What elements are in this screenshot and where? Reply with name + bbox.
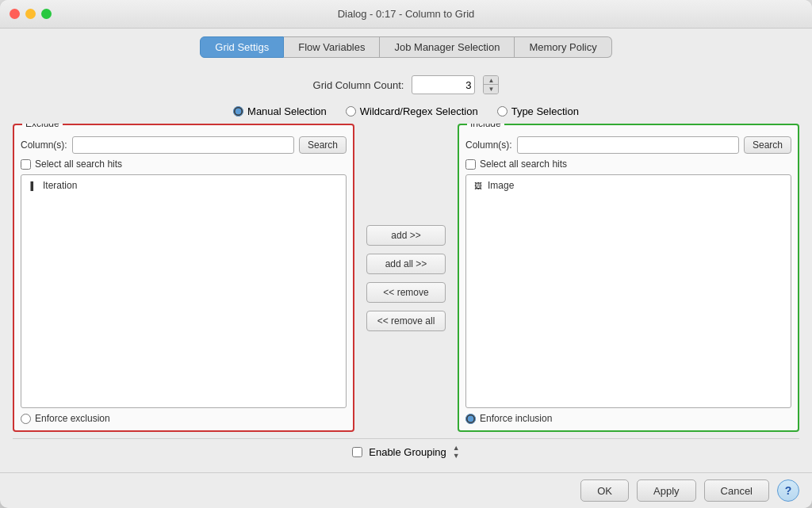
window-controls — [10, 9, 52, 19]
columns-area: Exclude Column(s): Search Select all sea… — [13, 124, 799, 432]
type-selection-radio[interactable] — [497, 106, 508, 116]
exclude-list-box[interactable]: ▌ Iteration — [21, 174, 347, 408]
ok-button[interactable]: OK — [580, 479, 629, 502]
tab-job-manager[interactable]: Job Manager Selection — [380, 36, 515, 58]
spinner-down-button[interactable]: ▼ — [484, 85, 498, 94]
list-item[interactable]: ▌ Iteration — [25, 178, 343, 193]
manual-selection-radio[interactable] — [233, 106, 243, 116]
help-button[interactable]: ? — [777, 479, 799, 502]
enforce-exclusion-label: Enforce exclusion — [35, 413, 110, 424]
include-enforce-row: Enforce inclusion — [465, 413, 791, 424]
wildcard-selection-label: Wildcard/Regex Selection — [360, 105, 478, 117]
add-button[interactable]: add >> — [366, 225, 446, 246]
exclude-search-row: Column(s): Search — [21, 132, 347, 154]
window-title: Dialog - 0:17 - Column to Grid — [338, 8, 475, 20]
type-selection-label: Type Selection — [511, 105, 579, 117]
dialog-window: Dialog - 0:17 - Column to Grid Grid Sett… — [0, 0, 812, 508]
wildcard-selection-radio[interactable] — [346, 106, 356, 116]
enforce-inclusion-radio[interactable] — [465, 414, 476, 424]
tabs-bar: Grid Settigs Flow Variables Job Manager … — [0, 29, 812, 63]
remove-button[interactable]: << remove — [366, 282, 446, 303]
spinner-up-button[interactable]: ▲ — [484, 76, 498, 85]
exclude-panel: Exclude Column(s): Search Select all sea… — [13, 124, 354, 432]
grid-count-spinner: ▲ ▼ — [483, 75, 499, 94]
cancel-button[interactable]: Cancel — [704, 479, 769, 502]
include-select-all-checkbox[interactable] — [465, 159, 476, 170]
grid-count-label: Grid Column Count: — [313, 79, 404, 91]
selection-type-row: Manual Selection Wildcard/Regex Selectio… — [13, 105, 799, 117]
manual-selection-option[interactable]: Manual Selection — [233, 105, 327, 117]
remove-all-button[interactable]: << remove all — [366, 311, 446, 331]
include-search-button[interactable]: Search — [744, 136, 791, 154]
exclude-legend: Exclude — [22, 124, 63, 129]
grid-count-input[interactable] — [412, 75, 475, 94]
include-search-input[interactable] — [517, 136, 739, 154]
minimize-button[interactable] — [25, 9, 36, 19]
list-item[interactable]: 🖼 Image — [469, 178, 787, 193]
exclude-item-label: Iteration — [43, 180, 77, 191]
exclude-select-all-label: Select all search hits — [35, 159, 122, 170]
wildcard-selection-option[interactable]: Wildcard/Regex Selection — [346, 105, 478, 117]
maximize-button[interactable] — [41, 9, 52, 19]
main-content: Grid Column Count: ▲ ▼ Manual Selection … — [0, 63, 812, 472]
include-select-all-label: Select all search hits — [480, 159, 567, 170]
iteration-icon: ▌ — [28, 180, 39, 191]
include-search-row: Column(s): Search — [465, 132, 791, 154]
exclude-select-all-checkbox[interactable] — [21, 159, 31, 170]
enable-grouping-label: Enable Grouping — [369, 446, 446, 458]
exclude-columns-label: Column(s): — [21, 139, 67, 151]
tab-grid-settings[interactable]: Grid Settigs — [200, 36, 284, 58]
select-panel: add >> add all >> << remove << remove al… — [354, 124, 458, 432]
tab-memory-policy[interactable]: Memory Policy — [515, 36, 611, 58]
close-button[interactable] — [10, 9, 20, 19]
add-all-button[interactable]: add all >> — [366, 254, 446, 274]
type-selection-option[interactable]: Type Selection — [497, 105, 579, 117]
grouping-row: Enable Grouping ▲ ▼ — [13, 438, 799, 464]
include-panel: Include Column(s): Search Select all sea… — [458, 124, 799, 432]
include-item-label: Image — [488, 180, 514, 191]
include-legend: Include — [467, 124, 504, 129]
enforce-inclusion-label: Enforce inclusion — [480, 413, 552, 424]
tab-flow-variables[interactable]: Flow Variables — [284, 36, 380, 58]
exclude-search-button[interactable]: Search — [299, 136, 347, 154]
apply-button[interactable]: Apply — [637, 479, 696, 502]
manual-selection-label: Manual Selection — [247, 105, 327, 117]
title-bar: Dialog - 0:17 - Column to Grid — [0, 0, 812, 29]
exclude-select-all-row: Select all search hits — [21, 159, 347, 170]
grouping-spinner: ▲ ▼ — [453, 444, 460, 460]
image-icon: 🖼 — [473, 180, 484, 191]
exclude-enforce-row: Enforce exclusion — [21, 413, 347, 424]
include-select-all-row: Select all search hits — [465, 159, 791, 170]
exclude-search-input[interactable] — [72, 136, 294, 154]
enforce-exclusion-radio[interactable] — [21, 414, 31, 424]
enable-grouping-checkbox[interactable] — [352, 447, 362, 457]
footer: OK Apply Cancel ? — [0, 472, 812, 508]
grouping-spinner-arrows: ▲ ▼ — [453, 444, 460, 460]
include-list-box[interactable]: 🖼 Image — [465, 174, 791, 408]
include-columns-label: Column(s): — [465, 139, 512, 151]
bottom-area: Enable Grouping ▲ ▼ — [13, 438, 799, 464]
grid-count-row: Grid Column Count: ▲ ▼ — [13, 71, 799, 99]
